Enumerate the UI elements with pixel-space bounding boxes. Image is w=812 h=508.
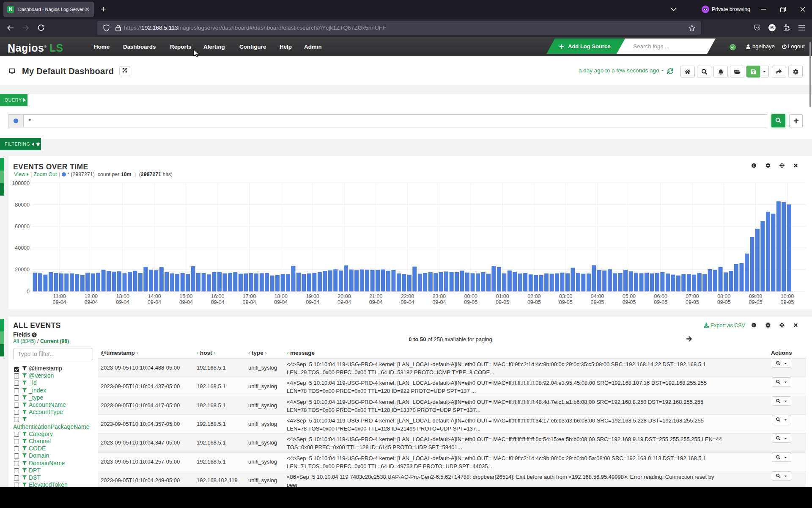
svg-text:22:00: 22:00 xyxy=(401,293,414,299)
svg-text:09-04: 09-04 xyxy=(53,299,66,305)
svg-text:09-04: 09-04 xyxy=(243,299,256,305)
svg-text:60000: 60000 xyxy=(15,224,30,229)
svg-text:40000: 40000 xyxy=(15,245,30,251)
svg-text:09-04: 09-04 xyxy=(179,299,193,305)
svg-text:07:00: 07:00 xyxy=(686,293,699,299)
svg-text:80000: 80000 xyxy=(15,202,30,208)
svg-text:09-04: 09-04 xyxy=(274,299,288,305)
svg-text:09-05: 09-05 xyxy=(654,299,667,305)
svg-text:09-05: 09-05 xyxy=(527,299,541,305)
svg-text:20:00: 20:00 xyxy=(337,293,351,299)
svg-text:11:00: 11:00 xyxy=(53,293,66,299)
svg-text:09-05: 09-05 xyxy=(749,299,763,305)
svg-text:09-05: 09-05 xyxy=(717,299,731,305)
svg-text:100000: 100000 xyxy=(12,180,30,186)
svg-text:09-04: 09-04 xyxy=(369,299,383,305)
svg-text:05:00: 05:00 xyxy=(623,293,636,299)
svg-text:04:00: 04:00 xyxy=(591,293,604,299)
svg-text:19:00: 19:00 xyxy=(306,293,319,299)
svg-text:09-04: 09-04 xyxy=(401,299,414,305)
svg-text:10:00: 10:00 xyxy=(781,293,794,299)
svg-text:09-04: 09-04 xyxy=(211,299,225,305)
svg-text:03:00: 03:00 xyxy=(559,293,572,299)
svg-text:16:00: 16:00 xyxy=(211,293,224,299)
svg-text:21:00: 21:00 xyxy=(369,293,382,299)
svg-text:0: 0 xyxy=(27,289,30,295)
svg-text:01:00: 01:00 xyxy=(496,293,509,299)
svg-text:00:00: 00:00 xyxy=(464,293,477,299)
svg-text:14:00: 14:00 xyxy=(148,293,161,299)
svg-text:12:00: 12:00 xyxy=(85,293,98,299)
svg-text:23:00: 23:00 xyxy=(433,293,446,299)
svg-text:09-05: 09-05 xyxy=(686,299,699,305)
svg-text:09-04: 09-04 xyxy=(116,299,129,305)
svg-text:06:00: 06:00 xyxy=(654,293,667,299)
svg-text:20000: 20000 xyxy=(15,267,30,273)
svg-text:09-04: 09-04 xyxy=(84,299,98,305)
svg-text:09-05: 09-05 xyxy=(781,299,794,305)
svg-text:09-05: 09-05 xyxy=(622,299,636,305)
svg-text:02:00: 02:00 xyxy=(527,293,540,299)
svg-text:08:00: 08:00 xyxy=(717,293,730,299)
svg-text:09-05: 09-05 xyxy=(496,299,509,305)
svg-text:09-04: 09-04 xyxy=(306,299,319,305)
svg-text:18:00: 18:00 xyxy=(274,293,288,299)
svg-text:09-04: 09-04 xyxy=(337,299,351,305)
svg-text:09-04: 09-04 xyxy=(148,299,161,305)
svg-text:17:00: 17:00 xyxy=(243,293,256,299)
svg-text:13:00: 13:00 xyxy=(116,293,129,299)
svg-text:09:00: 09:00 xyxy=(749,293,762,299)
svg-text:09-04: 09-04 xyxy=(432,299,446,305)
svg-text:09-05: 09-05 xyxy=(464,299,477,305)
svg-text:15:00: 15:00 xyxy=(179,293,192,299)
svg-text:09-05: 09-05 xyxy=(559,299,573,305)
svg-text:09-05: 09-05 xyxy=(591,299,604,305)
